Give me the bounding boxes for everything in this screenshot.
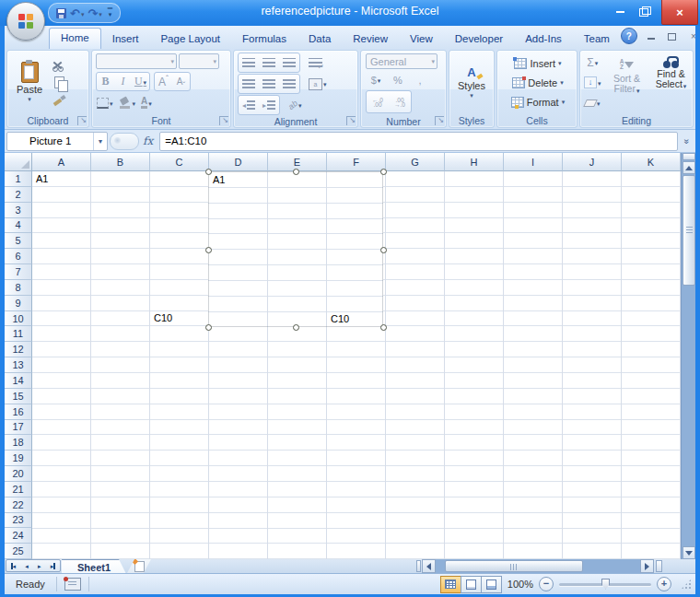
number-dialog-launcher[interactable]: ↘	[435, 116, 444, 125]
zoom-slider-thumb[interactable]	[601, 579, 610, 590]
row-header-16[interactable]: 16	[5, 404, 32, 420]
row-header-8[interactable]: 8	[5, 280, 32, 296]
workbook-close-button[interactable]: ×	[686, 31, 700, 41]
tab-view[interactable]: View	[399, 29, 444, 49]
decrease-indent-button[interactable]: ◂	[239, 96, 259, 114]
insert-function-button[interactable]: fx	[141, 135, 158, 147]
merge-center-button[interactable]: a	[308, 75, 328, 93]
close-button[interactable]: ×	[661, 0, 698, 25]
row-header-7[interactable]: 7	[5, 264, 32, 280]
selection-handle[interactable]	[380, 169, 387, 175]
selection-handle[interactable]	[205, 324, 212, 331]
clipboard-dialog-launcher[interactable]: ↘	[77, 116, 87, 125]
row-header-4[interactable]: 4	[5, 218, 32, 234]
row-header-20[interactable]: 20	[5, 466, 32, 482]
row-header-23[interactable]: 23	[5, 513, 32, 529]
font-size-combo[interactable]: ▾	[179, 53, 219, 69]
tab-formulas[interactable]: Formulas	[231, 29, 298, 49]
increase-indent-button[interactable]: ▸	[259, 96, 279, 114]
column-header-G[interactable]: G	[386, 153, 445, 171]
cut-button[interactable]	[49, 57, 69, 73]
row-header-18[interactable]: 18	[5, 435, 32, 451]
column-header-I[interactable]: I	[504, 153, 563, 171]
bold-button[interactable]: B	[97, 73, 114, 90]
comma-format-button[interactable]: ,	[410, 71, 430, 88]
zoom-out-button[interactable]: −	[539, 577, 554, 591]
horizontal-scroll-thumb[interactable]	[445, 560, 583, 572]
align-bottom-button[interactable]	[279, 53, 299, 72]
vertical-scroll-thumb[interactable]	[682, 175, 695, 286]
row-header-22[interactable]: 22	[5, 498, 32, 513]
zoom-in-button[interactable]: +	[657, 577, 671, 591]
page-layout-view-button[interactable]	[461, 576, 482, 593]
shrink-font-button[interactable]: A	[172, 73, 190, 90]
vertical-scrollbar[interactable]	[681, 153, 695, 559]
column-header-K[interactable]: K	[622, 153, 681, 171]
row-header-11[interactable]: 11	[5, 326, 32, 342]
row-header-12[interactable]: 12	[5, 342, 32, 357]
row-header-24[interactable]: 24	[5, 528, 32, 544]
tab-developer[interactable]: Developer	[444, 29, 514, 49]
sort-filter-button[interactable]: AZ Sort & Filter	[606, 53, 648, 112]
wrap-text-button[interactable]	[308, 53, 323, 72]
italic-button[interactable]: I	[114, 73, 132, 90]
font-dialog-launcher[interactable]: ↘	[219, 116, 228, 125]
align-left-button[interactable]	[239, 75, 259, 93]
zoom-level[interactable]: 100%	[508, 579, 533, 590]
align-top-button[interactable]	[239, 53, 259, 72]
undo-button[interactable]: ↶	[70, 7, 84, 19]
normal-view-button[interactable]	[440, 576, 461, 593]
record-macro-button[interactable]	[64, 578, 81, 591]
copy-button[interactable]	[49, 75, 69, 90]
tab-home[interactable]: Home	[49, 28, 101, 49]
tab-add-ins[interactable]: Add-Ins	[514, 29, 573, 49]
select-all-button[interactable]	[5, 153, 32, 171]
fill-color-button[interactable]	[118, 94, 137, 111]
selection-handle[interactable]	[293, 169, 299, 175]
page-break-view-button[interactable]	[481, 576, 502, 593]
save-button[interactable]	[56, 8, 66, 18]
selection-handle[interactable]	[205, 247, 212, 253]
vertical-split-handle[interactable]	[682, 153, 695, 160]
scroll-right-button[interactable]	[640, 559, 654, 573]
resize-grip[interactable]	[681, 579, 692, 590]
scroll-down-button[interactable]	[682, 546, 695, 559]
insert-cells-button[interactable]: Insert▾	[500, 53, 574, 73]
align-middle-button[interactable]	[259, 53, 279, 72]
column-header-C[interactable]: C	[150, 153, 209, 171]
row-header-3[interactable]: 3	[5, 203, 32, 218]
format-cells-button[interactable]: Format▾	[500, 92, 574, 111]
row-header-17[interactable]: 17	[5, 420, 32, 436]
next-sheet-button[interactable]: ▸	[38, 563, 41, 569]
zoom-slider[interactable]	[559, 583, 651, 586]
underline-button[interactable]: U	[132, 73, 149, 90]
row-header-25[interactable]: 25	[5, 544, 32, 559]
row-header-9[interactable]: 9	[5, 296, 32, 311]
column-header-F[interactable]: F	[327, 153, 386, 171]
row-header-10[interactable]: 10	[5, 311, 32, 327]
tab-split-handle[interactable]	[416, 560, 421, 572]
tab-insert[interactable]: Insert	[101, 29, 150, 49]
workbook-restore-button[interactable]	[665, 31, 680, 41]
percent-format-button[interactable]: %	[388, 71, 408, 88]
cell-grid[interactable]: A1C10 A1C10	[32, 171, 681, 559]
picture-1[interactable]: A1C10	[208, 171, 383, 327]
row-header-5[interactable]: 5	[5, 233, 32, 249]
row-header-1[interactable]: 1	[5, 171, 32, 187]
row-header-2[interactable]: 2	[5, 187, 32, 203]
font-name-combo[interactable]: ▾	[96, 53, 177, 69]
autosum-button[interactable]: Σ	[583, 53, 602, 71]
delete-cells-button[interactable]: Delete▾	[500, 73, 574, 92]
orientation-button[interactable]: ab	[287, 96, 303, 114]
align-center-button[interactable]	[259, 75, 279, 93]
row-header-14[interactable]: 14	[5, 373, 32, 389]
scroll-up-button[interactable]	[682, 161, 695, 174]
selection-handle[interactable]	[380, 247, 387, 253]
borders-button[interactable]	[96, 94, 114, 111]
prev-sheet-button[interactable]: ◂	[25, 563, 29, 569]
scroll-left-button[interactable]	[422, 559, 436, 573]
horizontal-scrollbar[interactable]	[436, 559, 640, 573]
minimize-button[interactable]	[608, 4, 632, 20]
formula-bar-divider[interactable]	[110, 133, 139, 150]
tab-team[interactable]: Team	[573, 29, 621, 49]
